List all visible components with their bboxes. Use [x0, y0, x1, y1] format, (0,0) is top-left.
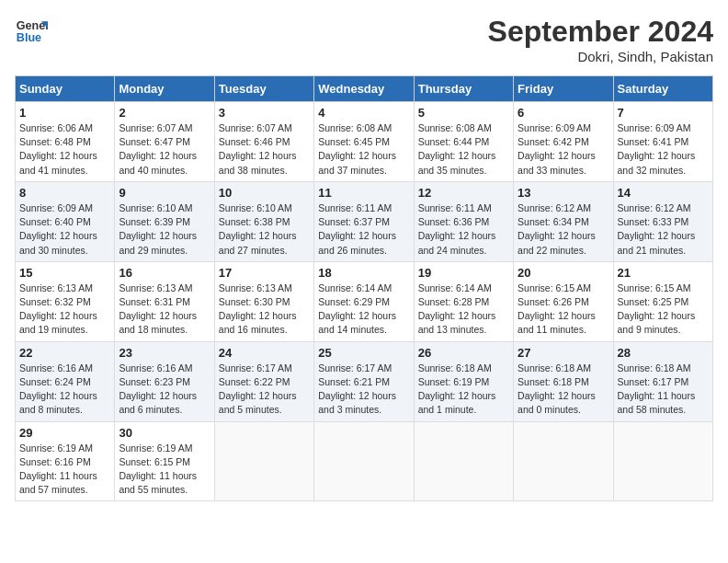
table-row: 13Sunrise: 6:12 AMSunset: 6:34 PMDayligh…	[514, 181, 613, 261]
day-info: Sunrise: 6:09 AMSunset: 6:41 PMDaylight:…	[618, 121, 709, 178]
day-info: Sunrise: 6:10 AMSunset: 6:39 PMDaylight:…	[119, 201, 210, 258]
col-thursday: Thursday	[414, 76, 513, 102]
day-info: Sunrise: 6:16 AMSunset: 6:24 PMDaylight:…	[19, 362, 110, 418]
table-row	[314, 421, 414, 501]
day-info: Sunrise: 6:15 AMSunset: 6:26 PMDaylight:…	[518, 282, 609, 338]
day-info: Sunrise: 6:08 AMSunset: 6:45 PMDaylight:…	[318, 121, 409, 178]
calendar-week-row: 22Sunrise: 6:16 AMSunset: 6:24 PMDayligh…	[16, 341, 713, 421]
table-row: 11Sunrise: 6:11 AMSunset: 6:37 PMDayligh…	[314, 181, 414, 261]
calendar-week-row: 15Sunrise: 6:13 AMSunset: 6:32 PMDayligh…	[16, 261, 713, 341]
day-number: 22	[19, 346, 110, 360]
calendar-week-row: 29Sunrise: 6:19 AMSunset: 6:16 PMDayligh…	[16, 421, 713, 501]
day-info: Sunrise: 6:18 AMSunset: 6:18 PMDaylight:…	[518, 362, 609, 418]
day-number: 25	[318, 346, 409, 360]
logo-icon: General Blue	[15, 15, 48, 48]
table-row: 15Sunrise: 6:13 AMSunset: 6:32 PMDayligh…	[16, 261, 115, 341]
table-row	[414, 421, 513, 501]
table-row	[214, 421, 313, 501]
table-row: 10Sunrise: 6:10 AMSunset: 6:38 PMDayligh…	[214, 181, 313, 261]
subtitle: Dokri, Sindh, Pakistan	[488, 49, 713, 64]
day-number: 11	[318, 186, 409, 200]
table-row: 5Sunrise: 6:08 AMSunset: 6:44 PMDaylight…	[414, 102, 513, 182]
day-number: 6	[518, 106, 609, 120]
day-number: 10	[219, 186, 310, 200]
day-number: 12	[418, 186, 509, 200]
day-info: Sunrise: 6:18 AMSunset: 6:17 PMDaylight:…	[618, 362, 709, 418]
day-info: Sunrise: 6:18 AMSunset: 6:19 PMDaylight:…	[418, 362, 509, 418]
table-row: 27Sunrise: 6:18 AMSunset: 6:18 PMDayligh…	[514, 341, 613, 421]
table-row: 7Sunrise: 6:09 AMSunset: 6:41 PMDaylight…	[613, 102, 712, 182]
day-number: 20	[518, 266, 609, 280]
table-row	[514, 421, 613, 501]
table-row: 8Sunrise: 6:09 AMSunset: 6:40 PMDaylight…	[16, 181, 115, 261]
table-row: 3Sunrise: 6:07 AMSunset: 6:46 PMDaylight…	[214, 102, 313, 182]
table-row: 23Sunrise: 6:16 AMSunset: 6:23 PMDayligh…	[115, 341, 214, 421]
day-info: Sunrise: 6:14 AMSunset: 6:29 PMDaylight:…	[318, 282, 409, 338]
table-row: 4Sunrise: 6:08 AMSunset: 6:45 PMDaylight…	[314, 102, 414, 182]
day-number: 28	[618, 346, 709, 360]
table-row: 18Sunrise: 6:14 AMSunset: 6:29 PMDayligh…	[314, 261, 414, 341]
table-row: 16Sunrise: 6:13 AMSunset: 6:31 PMDayligh…	[115, 261, 214, 341]
svg-text:Blue: Blue	[17, 31, 41, 44]
table-row: 12Sunrise: 6:11 AMSunset: 6:36 PMDayligh…	[414, 181, 513, 261]
calendar-table: Sunday Monday Tuesday Wednesday Thursday…	[15, 75, 713, 501]
day-info: Sunrise: 6:17 AMSunset: 6:21 PMDaylight:…	[318, 362, 409, 418]
day-number: 21	[618, 266, 709, 280]
day-info: Sunrise: 6:09 AMSunset: 6:42 PMDaylight:…	[518, 121, 609, 178]
table-row	[613, 421, 712, 501]
table-row: 9Sunrise: 6:10 AMSunset: 6:39 PMDaylight…	[115, 181, 214, 261]
day-info: Sunrise: 6:13 AMSunset: 6:32 PMDaylight:…	[19, 282, 110, 338]
day-number: 23	[119, 346, 210, 360]
day-number: 17	[219, 266, 310, 280]
day-number: 14	[618, 186, 709, 200]
day-info: Sunrise: 6:16 AMSunset: 6:23 PMDaylight:…	[119, 362, 210, 418]
table-row: 30Sunrise: 6:19 AMSunset: 6:15 PMDayligh…	[115, 421, 214, 501]
table-row: 29Sunrise: 6:19 AMSunset: 6:16 PMDayligh…	[16, 421, 115, 501]
day-info: Sunrise: 6:06 AMSunset: 6:48 PMDaylight:…	[19, 121, 110, 178]
day-number: 2	[119, 106, 210, 120]
col-saturday: Saturday	[613, 76, 712, 102]
day-info: Sunrise: 6:13 AMSunset: 6:31 PMDaylight:…	[119, 282, 210, 338]
day-number: 18	[318, 266, 409, 280]
day-info: Sunrise: 6:19 AMSunset: 6:16 PMDaylight:…	[19, 442, 110, 498]
day-info: Sunrise: 6:07 AMSunset: 6:46 PMDaylight:…	[219, 121, 310, 178]
calendar-week-row: 1Sunrise: 6:06 AMSunset: 6:48 PMDaylight…	[16, 102, 713, 182]
table-row: 2Sunrise: 6:07 AMSunset: 6:47 PMDaylight…	[115, 102, 214, 182]
day-info: Sunrise: 6:17 AMSunset: 6:22 PMDaylight:…	[219, 362, 310, 418]
day-info: Sunrise: 6:07 AMSunset: 6:47 PMDaylight:…	[119, 121, 210, 178]
title-block: September 2024 Dokri, Sindh, Pakistan	[488, 15, 713, 64]
day-number: 24	[219, 346, 310, 360]
main-title: September 2024	[488, 15, 713, 49]
day-info: Sunrise: 6:12 AMSunset: 6:33 PMDaylight:…	[618, 201, 709, 258]
table-row: 6Sunrise: 6:09 AMSunset: 6:42 PMDaylight…	[514, 102, 613, 182]
day-info: Sunrise: 6:13 AMSunset: 6:30 PMDaylight:…	[219, 282, 310, 338]
table-row: 20Sunrise: 6:15 AMSunset: 6:26 PMDayligh…	[514, 261, 613, 341]
day-info: Sunrise: 6:12 AMSunset: 6:34 PMDaylight:…	[518, 201, 609, 258]
day-number: 8	[19, 186, 110, 200]
day-info: Sunrise: 6:11 AMSunset: 6:37 PMDaylight:…	[318, 201, 409, 258]
day-number: 13	[518, 186, 609, 200]
table-row: 1Sunrise: 6:06 AMSunset: 6:48 PMDaylight…	[16, 102, 115, 182]
day-number: 9	[119, 186, 210, 200]
day-info: Sunrise: 6:15 AMSunset: 6:25 PMDaylight:…	[618, 282, 709, 338]
col-tuesday: Tuesday	[214, 76, 313, 102]
day-number: 27	[518, 346, 609, 360]
table-row: 24Sunrise: 6:17 AMSunset: 6:22 PMDayligh…	[214, 341, 313, 421]
day-number: 30	[119, 426, 210, 440]
table-row: 22Sunrise: 6:16 AMSunset: 6:24 PMDayligh…	[16, 341, 115, 421]
day-number: 1	[19, 106, 110, 120]
col-wednesday: Wednesday	[314, 76, 414, 102]
day-number: 26	[418, 346, 509, 360]
table-row: 25Sunrise: 6:17 AMSunset: 6:21 PMDayligh…	[314, 341, 414, 421]
day-number: 3	[219, 106, 310, 120]
logo: General Blue	[15, 15, 48, 48]
day-info: Sunrise: 6:14 AMSunset: 6:28 PMDaylight:…	[418, 282, 509, 338]
day-info: Sunrise: 6:09 AMSunset: 6:40 PMDaylight:…	[19, 201, 110, 258]
calendar-week-row: 8Sunrise: 6:09 AMSunset: 6:40 PMDaylight…	[16, 181, 713, 261]
day-number: 7	[618, 106, 709, 120]
day-number: 29	[19, 426, 110, 440]
table-row: 14Sunrise: 6:12 AMSunset: 6:33 PMDayligh…	[613, 181, 712, 261]
header-row: Sunday Monday Tuesday Wednesday Thursday…	[16, 76, 713, 102]
day-info: Sunrise: 6:10 AMSunset: 6:38 PMDaylight:…	[219, 201, 310, 258]
col-sunday: Sunday	[16, 76, 115, 102]
